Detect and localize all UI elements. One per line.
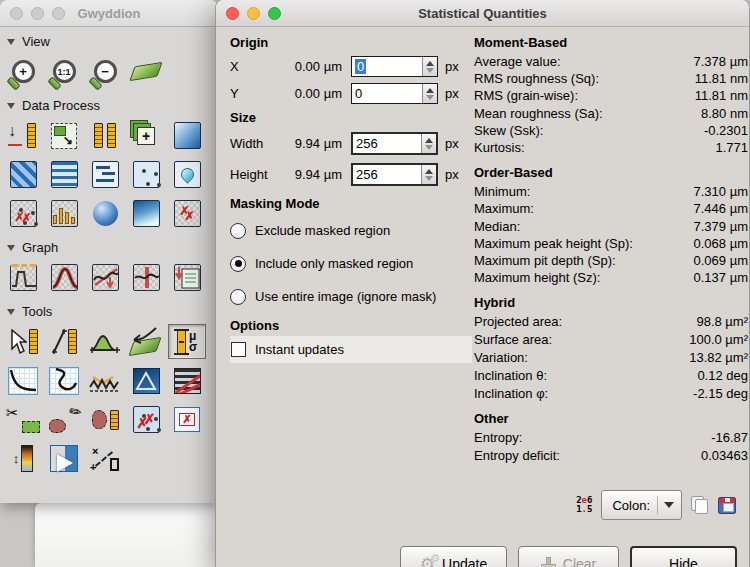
disclosure-triangle-icon [7, 39, 15, 45]
pulse-curve [11, 267, 37, 289]
fix-zero-icon[interactable]: ↓ [4, 118, 42, 153]
graph-cut-icon[interactable] [127, 260, 165, 295]
graph-gaussian-fit-icon[interactable] [45, 260, 83, 295]
origin-y-spinbox[interactable]: 0 [351, 83, 438, 104]
row-column-profiles-tool-icon[interactable] [45, 363, 83, 398]
wetting-icon[interactable] [168, 157, 206, 192]
spin-buttons[interactable] [422, 84, 437, 103]
shading-presentation-icon[interactable] [127, 196, 165, 231]
zoom-out-icon[interactable]: − [86, 54, 124, 89]
graph-export-icon[interactable] [168, 260, 206, 295]
remove-spots-icon[interactable] [127, 157, 165, 192]
radio-icon[interactable] [230, 223, 246, 239]
size-width-spinbox[interactable]: 256 [351, 132, 438, 155]
row-column-statistics-tool-icon[interactable] [168, 363, 206, 398]
update-button[interactable]: ⚙ Update [400, 546, 507, 567]
grain-measure-tool-icon[interactable] [86, 402, 124, 437]
gwyddion-toolbox-window: Gwyddion View + 1:1 − Data Process ↓ ↘ +… [0, 0, 218, 503]
grain-remove-threshold-icon[interactable]: ✗✗ [4, 196, 42, 231]
disclosure-triangle-icon [7, 245, 15, 251]
options-header: Options [230, 318, 472, 333]
sphere-revolve-icon[interactable] [86, 196, 124, 231]
radio-use-entire-image[interactable]: Use entire image (ignore mask) [230, 280, 472, 313]
zoom-1-1-icon[interactable]: 1:1 [45, 54, 83, 89]
profile-bump [89, 329, 121, 355]
zoom-button-inactive[interactable] [52, 7, 65, 20]
radio-icon[interactable] [230, 256, 246, 272]
zoom-button[interactable] [268, 7, 281, 20]
mask-shift-tool-icon[interactable] [45, 441, 83, 476]
section-view[interactable]: View [7, 34, 218, 49]
radio-exclude-masked[interactable]: Exclude masked region [230, 214, 472, 247]
graph-align-icon[interactable] [86, 260, 124, 295]
stat-row: Maximum:7.446 µm [474, 200, 748, 217]
stat-row: Projected area:98.8 µm² [474, 313, 748, 331]
color-range-display-icon[interactable] [127, 54, 165, 89]
stat-row: RMS roughness (Sq):11.81 nm [474, 70, 748, 87]
minimize-button-inactive[interactable] [31, 7, 44, 20]
instant-updates-checkbox[interactable] [231, 342, 246, 357]
stat-row: Kurtosis:1.771 [474, 139, 748, 156]
radio-include-only-masked[interactable]: Include only masked region [230, 247, 472, 280]
spin-buttons[interactable] [422, 57, 437, 76]
crop-icon[interactable]: ↘ [45, 118, 83, 153]
statistical-quantities-tool-icon[interactable]: μσ [168, 324, 206, 359]
stat-row: Mean roughness (Sa):8.80 nm [474, 105, 748, 122]
stat-row: Inclination θ:0.12 deg [474, 367, 748, 385]
align-rows-icon[interactable] [45, 157, 83, 192]
read-value-tool-icon[interactable] [4, 324, 42, 359]
section-tools[interactable]: Tools [7, 304, 218, 319]
other-group: Other Entropy:-16.87 Entropy deficit:0.0… [474, 411, 748, 463]
color-range-tool-icon[interactable]: ↕ [4, 441, 42, 476]
radio-icon[interactable] [230, 289, 246, 305]
spin-buttons[interactable] [421, 165, 436, 184]
line-correction-icon[interactable] [86, 157, 124, 192]
stat-row: Inclination φ:-2.15 deg [474, 385, 748, 403]
copy-icon[interactable] [691, 496, 709, 514]
mask-editor-tool-icon[interactable]: ✏ [45, 402, 83, 437]
minimize-button[interactable] [247, 7, 260, 20]
profile-extraction-tool-icon[interactable] [86, 324, 124, 359]
roughness-tool-icon[interactable] [86, 363, 124, 398]
grain-remover-tool-icon[interactable]: ✗✗ [127, 402, 165, 437]
gradient-presentation-icon[interactable] [168, 118, 206, 153]
spin-buttons[interactable] [421, 134, 436, 153]
crop-tool-icon[interactable]: ✂ [4, 402, 42, 437]
origin-x-spinbox[interactable]: 0 [351, 56, 438, 77]
zoom-in-icon[interactable]: + [4, 54, 42, 89]
toolbox-titlebar[interactable]: Gwyddion [0, 0, 218, 27]
scale-icon[interactable] [86, 118, 124, 153]
graph-function-fit-icon[interactable] [4, 260, 42, 295]
section-graph[interactable]: Graph [7, 240, 218, 255]
section-data-process[interactable]: Data Process [7, 98, 218, 113]
brush-icon [541, 557, 556, 567]
mask-remove-tool-icon[interactable]: ✗ [168, 402, 206, 437]
graph-icon-grid [0, 258, 212, 297]
close-button[interactable] [226, 7, 239, 20]
zigzag [89, 367, 121, 395]
origin-header: Origin [230, 35, 472, 50]
number-format-icon[interactable]: 2e6 1.5 [576, 496, 592, 514]
hybrid-group: Hybrid Projected area:98.8 µm² Surface a… [474, 295, 748, 402]
save-icon[interactable] [718, 497, 736, 514]
hide-button[interactable]: Hide [630, 546, 737, 567]
origin-y-row: Y 0.00 µm 0 px [230, 80, 472, 107]
stat-row: Entropy:-16.87 [474, 429, 748, 446]
instant-updates-row[interactable]: Instant updates [230, 336, 472, 363]
point-measure-tool-icon[interactable]: ×+ [86, 441, 124, 476]
dialog-titlebar[interactable]: Statistical Quantities [216, 0, 749, 27]
rotate-icon[interactable] [4, 157, 42, 192]
clear-button[interactable]: Clear [518, 546, 619, 567]
separator-dropdown[interactable]: Colon: [601, 490, 682, 520]
level-three-points-tool-icon[interactable] [127, 324, 165, 359]
measure-distance-tool-icon[interactable] [45, 324, 83, 359]
facet-analysis-tool-icon[interactable] [127, 363, 165, 398]
grain-distributions-icon[interactable] [45, 196, 83, 231]
extend-icon[interactable]: + [127, 118, 165, 153]
statistical-functions-tool-icon[interactable] [4, 363, 42, 398]
format-bar: 2e6 1.5 Colon: [576, 490, 736, 520]
close-button-inactive[interactable] [10, 7, 23, 20]
grain-mark-icon[interactable]: ✗✗ [168, 196, 206, 231]
dialog-right-column: Moment-Based Average value:7.378 µm RMS … [474, 32, 748, 473]
size-height-spinbox[interactable]: 256 [351, 163, 438, 186]
